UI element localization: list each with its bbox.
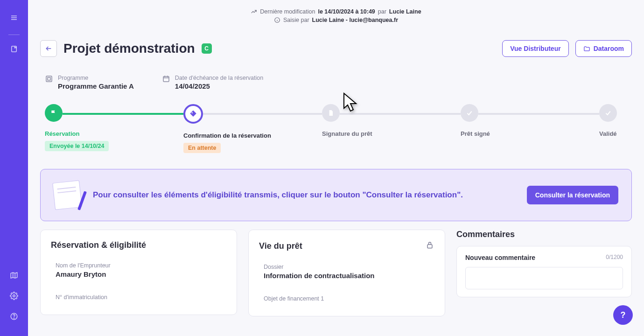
folder-icon [583, 45, 590, 52]
program-value: Programme Garantie A [58, 82, 134, 90]
back-button[interactable] [40, 40, 57, 57]
step-label: Confirmation de la réservation [183, 132, 322, 139]
program-icon [45, 75, 53, 83]
svg-rect-16 [163, 77, 169, 82]
modified-prefix: Dernière modification [260, 8, 315, 15]
objet-label: Objet de financement 1 [264, 295, 430, 302]
modified-time: le 14/10/2024 à 10:49 [318, 8, 375, 15]
comment-counter: 0/1200 [606, 254, 623, 261]
svg-point-7 [13, 295, 15, 297]
view-distributor-label: Vue Distributeur [510, 45, 560, 52]
check-icon [604, 109, 612, 117]
tag-icon [189, 110, 197, 118]
help-icon[interactable] [7, 309, 21, 324]
due-value: 14/04/2025 [175, 82, 263, 90]
loan-life-card: Vie du prêt Dossier Information de contr… [248, 230, 445, 316]
step-reservation: Réservation Envoyée le 14/10/24 [45, 104, 183, 151]
comment-input[interactable] [465, 267, 623, 289]
page-title: Projet démonstration [63, 41, 195, 56]
callout-text: Pour consulter les éléments d'éligibilit… [93, 190, 515, 201]
arrow-left-icon [45, 45, 52, 52]
regnum-label: N° d'immatriculation [56, 294, 222, 301]
step-label: Validé [599, 130, 627, 137]
sidebar [0, 0, 28, 336]
calendar-icon [162, 75, 170, 83]
dataroom-button[interactable]: Dataroom [575, 40, 632, 57]
step-label: Signature du prêt [322, 130, 461, 137]
step-label: Prêt signé [461, 130, 599, 137]
loan-life-title: Vie du prêt [259, 241, 302, 251]
dossier-value: Information de contractualisation [264, 272, 430, 280]
entered-prefix: Saisie par [283, 17, 309, 23]
program-field: Programme Programme Garantie A [45, 75, 134, 90]
due-field: Date d'échéance de la réservation 14/04/… [162, 75, 263, 90]
svg-rect-21 [427, 245, 432, 248]
modified-by-word: par [378, 8, 386, 15]
modified-by: Lucie Laine [389, 8, 421, 15]
svg-rect-14 [46, 76, 52, 82]
project-badge: C [202, 43, 212, 54]
lock-icon [425, 240, 434, 252]
step-confirmation: Confirmation de la réservation En attent… [183, 104, 322, 153]
dataroom-label: Dataroom [594, 45, 624, 52]
menu-icon[interactable] [7, 10, 21, 25]
consult-reservation-label: Consulter la réservation [535, 191, 610, 199]
dossier-label: Dossier [264, 264, 430, 270]
info-icon [274, 17, 280, 23]
step-label: Réservation [45, 130, 183, 137]
step-chip: Envoyée le 14/10/24 [45, 141, 109, 151]
entered-by: Lucie Laine - lucie@banquea.fr [312, 17, 398, 23]
reservation-card: Réservation & éligibilité Nom de l'Empru… [40, 230, 237, 315]
program-label: Programme [58, 75, 134, 81]
new-comment-label: Nouveau commentaire [465, 254, 535, 261]
map-icon[interactable] [7, 268, 21, 283]
step-validated: Validé [599, 104, 627, 137]
reservation-card-title: Réservation & éligibilité [51, 240, 226, 250]
eligibility-callout: Pour consulter les éléments d'éligibilit… [40, 169, 632, 221]
stepper: Réservation Envoyée le 14/10/24 Confirma… [28, 95, 644, 158]
svg-point-20 [192, 112, 193, 113]
borrower-label: Nom de l'Emprunteur [56, 262, 222, 269]
document-icon [327, 109, 335, 117]
page-content: Dernière modification le 14/10/2024 à 10… [28, 0, 644, 336]
step-signed: Prêt signé [461, 104, 599, 137]
svg-rect-15 [48, 77, 50, 80]
comments-section: Commentaires Nouveau commentaire 0/1200 [456, 230, 632, 297]
due-label: Date d'échéance de la réservation [175, 75, 263, 81]
trend-icon [251, 8, 257, 15]
document-illustration [54, 182, 81, 209]
step-chip: En attente [183, 143, 221, 153]
help-fab[interactable]: ? [613, 305, 633, 325]
consult-reservation-button[interactable]: Consulter la réservation [527, 186, 618, 204]
view-distributor-button[interactable]: Vue Distributeur [502, 40, 568, 57]
gear-icon[interactable] [7, 288, 21, 303]
flag-icon [50, 109, 57, 117]
meta-banner: Dernière modification le 14/10/2024 à 10… [28, 0, 644, 27]
borrower-value: Amaury Bryton [56, 270, 222, 278]
comments-box: Nouveau commentaire 0/1200 [456, 246, 632, 297]
svg-point-9 [14, 318, 14, 318]
note-icon[interactable] [7, 42, 21, 56]
comments-title: Commentaires [456, 230, 632, 239]
step-signature: Signature du prêt [322, 104, 461, 137]
svg-rect-3 [12, 46, 17, 52]
check-icon [466, 109, 473, 117]
svg-marker-4 [11, 273, 17, 278]
